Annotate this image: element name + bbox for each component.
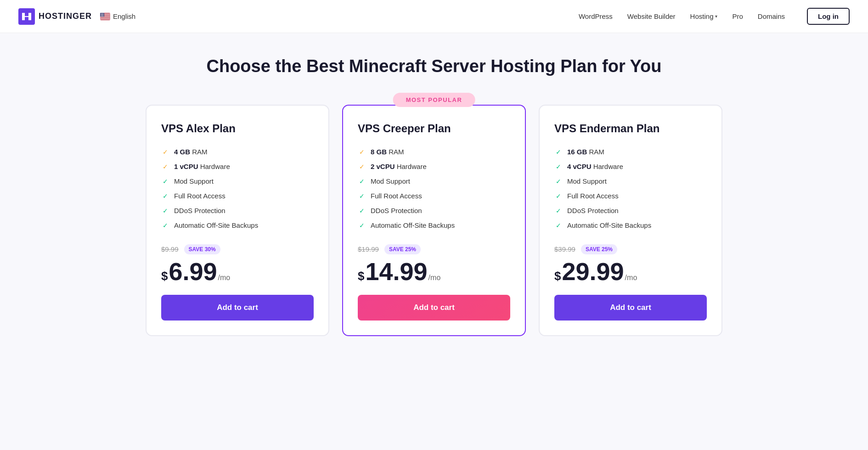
price-amount-alex: 6.99 (169, 259, 217, 284)
check-icon: ✓ (554, 207, 563, 215)
price-amount-creeper: 14.99 (365, 259, 427, 284)
add-to-cart-button-enderman[interactable]: Add to cart (554, 295, 707, 321)
feature-item: ✓ 8 GB RAM (358, 148, 510, 156)
check-icon: ✓ (358, 192, 366, 200)
logo-icon (18, 8, 35, 25)
feature-item: ✓ DDoS Protection (554, 207, 707, 215)
page-title: Choose the Best Minecraft Server Hosting… (131, 56, 737, 77)
feature-text: DDoS Protection (567, 207, 619, 214)
popular-badge: MOST POPULAR (393, 93, 475, 107)
check-icon: ✓ (554, 192, 563, 200)
svg-point-20 (102, 14, 102, 15)
feature-item: ✓ Automatic Off-Site Backups (554, 221, 707, 230)
plan-card-alex: VPS Alex Plan ✓ 4 GB RAM ✓ 1 vCPU Hardwa… (146, 105, 329, 336)
original-price-alex: $9.99 (161, 245, 179, 253)
popular-badge-wrapper: MOST POPULAR (393, 96, 475, 104)
language-selector[interactable]: English (100, 12, 135, 20)
svg-point-13 (103, 13, 104, 13)
check-icon: ✓ (554, 177, 563, 186)
check-icon: ✓ (358, 221, 366, 230)
features-list-enderman: ✓ 16 GB RAM ✓ 4 vCPU Hardware ✓ Mod Supp… (554, 148, 707, 230)
svg-point-29 (102, 16, 102, 16)
check-icon: ✓ (554, 221, 563, 230)
feature-item: ✓ Mod Support (358, 177, 510, 186)
main-content: Choose the Best Minecraft Server Hosting… (113, 33, 755, 373)
plan-card-creeper: MOST POPULAR VPS Creeper Plan ✓ 8 GB RAM… (342, 105, 526, 336)
logo[interactable]: HOSTINGER (18, 8, 92, 25)
plan-name-creeper: VPS Creeper Plan (358, 122, 510, 135)
check-icon: ✓ (161, 192, 169, 200)
svg-rect-5 (100, 17, 110, 17)
login-button[interactable]: Log in (807, 8, 850, 25)
price-dollar-alex: $ (161, 269, 168, 283)
features-list-alex: ✓ 4 GB RAM ✓ 1 vCPU Hardware ✓ Mod Suppo… (161, 148, 314, 230)
check-icon: ✓ (358, 148, 366, 156)
nav-wordpress[interactable]: WordPress (579, 12, 613, 20)
nav-hosting-label: Hosting (690, 12, 714, 20)
pricing-row-alex: $9.99 SAVE 30% (161, 244, 314, 254)
logo-text: HOSTINGER (39, 11, 92, 21)
nav-domains[interactable]: Domains (758, 12, 785, 20)
svg-point-11 (102, 13, 102, 13)
svg-point-14 (101, 14, 101, 14)
feature-text: Mod Support (567, 177, 607, 185)
feature-text: 8 GB RAM (371, 148, 404, 156)
price-dollar-enderman: $ (554, 269, 561, 283)
price-amount-enderman: 29.99 (562, 259, 624, 284)
original-price-enderman: $39.99 (554, 245, 575, 253)
check-icon: ✓ (358, 163, 366, 171)
price-per-alex: /mo (218, 274, 231, 282)
lang-label: English (113, 12, 135, 20)
svg-point-17 (103, 14, 103, 14)
svg-point-28 (101, 16, 101, 16)
feature-item: ✓ 1 vCPU Hardware (161, 163, 314, 171)
check-icon: ✓ (161, 207, 169, 215)
check-icon: ✓ (554, 163, 563, 171)
pricing-row-creeper: $19.99 SAVE 25% (358, 244, 510, 254)
svg-point-12 (102, 13, 103, 13)
nav-pro[interactable]: Pro (732, 12, 743, 20)
pricing-row-enderman: $39.99 SAVE 25% (554, 244, 707, 254)
svg-point-10 (101, 13, 101, 13)
nav-hosting[interactable]: Hosting ▾ (690, 12, 718, 20)
check-icon: ✓ (161, 148, 169, 156)
feature-text: Mod Support (174, 177, 214, 185)
check-icon: ✓ (358, 207, 366, 215)
plan-name-alex: VPS Alex Plan (161, 122, 314, 135)
svg-point-24 (101, 15, 102, 16)
price-display-creeper: $ 14.99 /mo (358, 259, 510, 284)
feature-item: ✓ Mod Support (554, 177, 707, 186)
hosting-chevron-icon: ▾ (715, 14, 717, 19)
svg-point-26 (103, 15, 103, 16)
add-to-cart-button-alex[interactable]: Add to cart (161, 295, 314, 321)
original-price-creeper: $19.99 (358, 245, 379, 253)
feature-item: ✓ DDoS Protection (358, 207, 510, 215)
svg-point-15 (101, 14, 102, 14)
feature-item: ✓ 2 vCPU Hardware (358, 163, 510, 171)
svg-point-21 (102, 14, 103, 15)
check-icon: ✓ (161, 221, 169, 230)
plan-card-enderman: VPS Enderman Plan ✓ 16 GB RAM ✓ 4 vCPU H… (539, 105, 722, 336)
feature-item: ✓ DDoS Protection (161, 207, 314, 215)
svg-point-9 (101, 13, 101, 13)
feature-item: ✓ 4 vCPU Hardware (554, 163, 707, 171)
feature-item: ✓ 16 GB RAM (554, 148, 707, 156)
navbar: HOSTINGER (0, 0, 868, 33)
feature-text: 4 GB RAM (174, 148, 208, 156)
svg-point-16 (102, 14, 103, 14)
feature-item: ✓ Full Root Access (161, 192, 314, 200)
feature-item: ✓ Full Root Access (554, 192, 707, 200)
feature-text: Automatic Off-Site Backups (371, 221, 455, 229)
check-icon: ✓ (161, 163, 169, 171)
price-per-enderman: /mo (625, 274, 637, 282)
nav-website-builder[interactable]: Website Builder (627, 12, 676, 20)
feature-item: ✓ Mod Support (161, 177, 314, 186)
feature-item: ✓ Automatic Off-Site Backups (161, 221, 314, 230)
features-list-creeper: ✓ 8 GB RAM ✓ 2 vCPU Hardware ✓ Mod Suppo… (358, 148, 510, 230)
svg-point-23 (101, 15, 101, 16)
add-to-cart-button-creeper[interactable]: Add to cart (358, 295, 510, 321)
feature-text: 2 vCPU Hardware (371, 163, 427, 170)
svg-point-31 (103, 16, 104, 16)
pricing-grid: VPS Alex Plan ✓ 4 GB RAM ✓ 1 vCPU Hardwa… (131, 105, 737, 336)
feature-item: ✓ Automatic Off-Site Backups (358, 221, 510, 230)
